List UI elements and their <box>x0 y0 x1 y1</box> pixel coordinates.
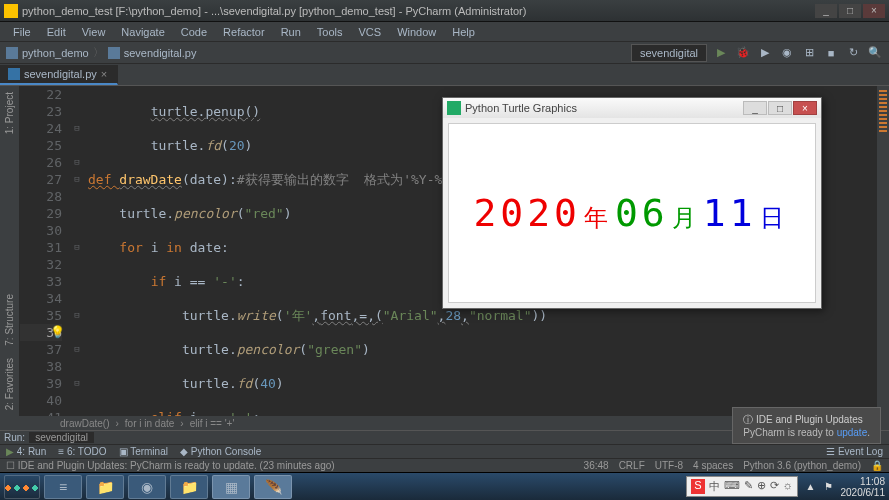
menu-code[interactable]: Code <box>174 24 214 40</box>
python-file-icon <box>8 68 20 80</box>
search-button[interactable]: 🔍 <box>867 45 883 61</box>
rail-project[interactable]: 1: Project <box>2 86 17 140</box>
close-button[interactable]: × <box>863 4 885 18</box>
pycharm-icon <box>4 4 18 18</box>
menu-file[interactable]: File <box>6 24 38 40</box>
update-link[interactable]: update <box>837 427 868 438</box>
menu-tools[interactable]: Tools <box>310 24 350 40</box>
status-pos[interactable]: 36:48 <box>584 460 609 471</box>
menu-navigate[interactable]: Navigate <box>114 24 171 40</box>
turtle-maximize-button[interactable]: □ <box>768 101 792 115</box>
concurrency-button[interactable]: ⊞ <box>801 45 817 61</box>
tool-terminal[interactable]: ▣ Terminal <box>119 446 168 457</box>
breadcrumb-project[interactable]: python_demo <box>22 47 89 59</box>
run-config-select[interactable]: sevendigital <box>631 44 707 62</box>
tab-close-icon[interactable]: × <box>101 68 107 80</box>
maximize-button[interactable]: □ <box>839 4 861 18</box>
run-panel-label: Run: <box>4 432 25 443</box>
chevron-icon: 〉 <box>93 45 104 60</box>
tab-sevendigital[interactable]: sevendigital.py × <box>0 65 118 85</box>
run-button[interactable]: ▶ <box>713 45 729 61</box>
task-chrome[interactable]: ◉ <box>128 475 166 499</box>
stop-button[interactable]: ■ <box>823 45 839 61</box>
tab-label: sevendigital.py <box>24 68 97 80</box>
run-panel-tab[interactable]: sevendigital <box>29 432 94 443</box>
status-bar: ☐ IDE and Plugin Updates: PyCharm is rea… <box>0 458 889 472</box>
breadcrumb-bar: python_demo 〉 sevendigital.py sevendigit… <box>0 42 889 64</box>
menu-vcs[interactable]: VCS <box>352 24 389 40</box>
titlebar: python_demo_test [F:\python_demo] - ...\… <box>0 0 889 22</box>
system-clock[interactable]: 11:08 2020/6/11 <box>841 476 886 498</box>
task-explorer[interactable]: 📁 <box>86 475 124 499</box>
menu-refactor[interactable]: Refactor <box>216 24 272 40</box>
menu-view[interactable]: View <box>75 24 113 40</box>
turtle-titlebar[interactable]: Python Turtle Graphics _ □ × <box>443 98 821 118</box>
python-file-icon <box>108 47 120 59</box>
menu-edit[interactable]: Edit <box>40 24 73 40</box>
tray-chevron-icon[interactable]: ▲ <box>806 481 816 492</box>
turtle-canvas: 2020 年 06 月 11 日 <box>448 123 816 303</box>
breadcrumb-file[interactable]: sevendigital.py <box>124 47 197 59</box>
python-icon <box>447 101 461 115</box>
crumb-1[interactable]: drawDate() <box>60 418 109 429</box>
menu-window[interactable]: Window <box>390 24 443 40</box>
update-notification[interactable]: ⓘ IDE and Plugin Updates PyCharm is read… <box>732 407 881 444</box>
turtle-minimize-button[interactable]: _ <box>743 101 767 115</box>
debug-button[interactable]: 🐞 <box>735 45 751 61</box>
turtle-window[interactable]: Python Turtle Graphics _ □ × 2020 年 06 月… <box>442 97 822 309</box>
turtle-title-text: Python Turtle Graphics <box>465 102 577 114</box>
status-line-sep[interactable]: CRLF <box>619 460 645 471</box>
menu-help[interactable]: Help <box>445 24 482 40</box>
update-button[interactable]: ↻ <box>845 45 861 61</box>
month-digits: 06 <box>615 191 669 235</box>
year-label: 年 <box>581 202 615 234</box>
start-button[interactable] <box>4 475 40 499</box>
task-python-turtle[interactable]: 🪶 <box>254 475 292 499</box>
crumb-2[interactable]: for i in date <box>125 418 174 429</box>
intention-bulb-icon[interactable]: 💡 <box>50 324 65 341</box>
rail-structure[interactable]: 7: Structure <box>2 288 17 352</box>
bottom-tool-bar: ▶ 4: Run ≡ 6: TODO ▣ Terminal ◆ Python C… <box>0 444 889 458</box>
status-indent[interactable]: 4 spaces <box>693 460 733 471</box>
tray-flag-icon[interactable]: ⚑ <box>824 481 833 492</box>
tool-todo[interactable]: ≡ 6: TODO <box>58 446 106 457</box>
status-encoding[interactable]: UTF-8 <box>655 460 683 471</box>
year-digits: 2020 <box>473 191 581 235</box>
task-folder[interactable]: 📁 <box>170 475 208 499</box>
tool-run[interactable]: ▶ 4: Run <box>6 446 46 457</box>
ime-indicator[interactable]: S 中 ⌨✎⊕⟳☼ <box>686 476 797 497</box>
month-label: 月 <box>669 202 703 234</box>
fold-column[interactable]: ⊟⊟⊟⊟⊟⊟⊟ <box>70 86 84 416</box>
turtle-close-button[interactable]: × <box>793 101 817 115</box>
menubar: File Edit View Navigate Code Refactor Ru… <box>0 22 889 42</box>
error-stripe[interactable] <box>877 86 889 416</box>
day-label: 日 <box>757 202 791 234</box>
lock-icon[interactable]: 🔒 <box>871 460 883 471</box>
task-pycharm[interactable]: ▦ <box>212 475 250 499</box>
tool-python-console[interactable]: ◆ Python Console <box>180 446 261 457</box>
task-vscode[interactable]: ≡ <box>44 475 82 499</box>
tool-event-log[interactable]: ☰ Event Log <box>826 446 883 457</box>
status-interpreter[interactable]: Python 3.6 (python_demo) <box>743 460 861 471</box>
windows-taskbar: ≡ 📁 ◉ 📁 ▦ 🪶 S 中 ⌨✎⊕⟳☼ ▲ ⚑ 11:08 2020/6/1… <box>0 472 889 500</box>
gutter[interactable]: 2223242526272829303132333435363738394041… <box>20 86 70 416</box>
tab-bar: sevendigital.py × <box>0 64 889 86</box>
minimize-button[interactable]: _ <box>815 4 837 18</box>
menu-run[interactable]: Run <box>274 24 308 40</box>
window-title: python_demo_test [F:\python_demo] - ...\… <box>22 5 526 17</box>
coverage-button[interactable]: ▶ <box>757 45 773 61</box>
left-tool-rail: 1: Project 7: Structure 2: Favorites <box>0 86 20 416</box>
info-icon: ⓘ <box>743 414 756 425</box>
rail-favorites[interactable]: 2: Favorites <box>2 352 17 416</box>
folder-icon <box>6 47 18 59</box>
profile-button[interactable]: ◉ <box>779 45 795 61</box>
status-message[interactable]: ☐ IDE and Plugin Updates: PyCharm is rea… <box>6 460 335 471</box>
day-digits: 11 <box>703 191 757 235</box>
crumb-3[interactable]: elif i == '+' <box>190 418 235 429</box>
